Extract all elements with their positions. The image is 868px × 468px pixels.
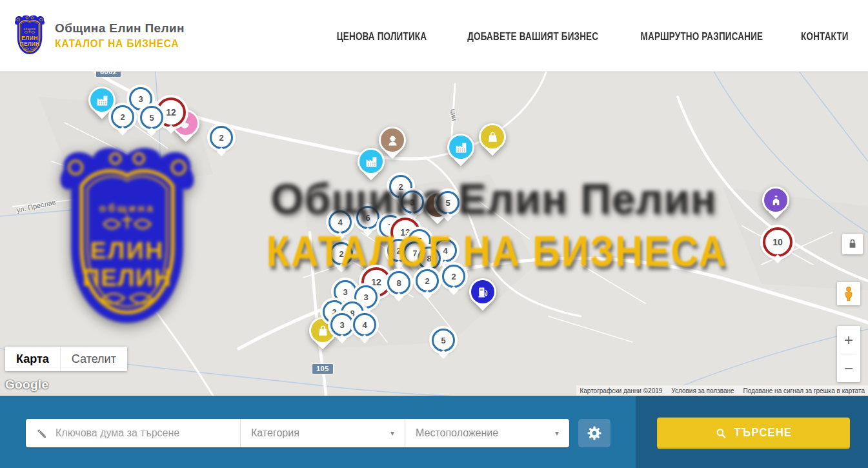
map-type-control: Карта Сателит [5,347,127,371]
zoom-in-button[interactable]: + [837,326,860,354]
map-cluster-marker[interactable]: 2 [111,105,134,128]
pin-circle [481,125,504,148]
fuel-icon [476,285,490,299]
map-cluster-marker[interactable]: 2 [416,269,439,292]
map-canvas[interactable]: 6002105 ул. Преславбул. „Новоселции 3251… [0,71,868,396]
map-cluster-marker[interactable]: 2 [442,265,465,288]
bag-icon [486,130,500,144]
google-logo[interactable]: Google [5,378,48,392]
search-button-label: ТЪРСЕНЕ [734,427,792,440]
map-pin-factory[interactable] [359,150,383,173]
chevron-down-icon: ▾ [390,429,394,438]
map-pin-factory[interactable] [90,88,114,112]
map-lock-button[interactable] [842,234,863,254]
pin-circle [449,136,472,159]
nav-item-route-schedule[interactable]: МАРШРУТНО РАЗПИСАНИЕ [641,29,763,41]
map-cluster-marker[interactable]: 5 [140,106,163,129]
zoom-out-button[interactable]: − [837,354,860,382]
pin-circle [381,128,404,152]
map-cluster-marker[interactable]: 5 [432,329,455,352]
attribution-terms-link[interactable]: Условия за ползване [671,387,734,394]
street-view-pegman-button[interactable] [837,282,860,305]
map-type-map-button[interactable]: Карта [5,347,60,371]
search-submit-button[interactable]: ТЪРСЕНЕ [657,418,850,449]
street-name-label: ции [449,108,458,121]
factory-icon [365,155,378,168]
road-shield-label: 6002 [96,71,121,77]
watermark-title: Община Елин Пелин [210,174,778,223]
map-type-satellite-button[interactable]: Сателит [60,347,127,371]
municipality-crest-logo [13,14,46,57]
keyword-field[interactable] [26,419,240,447]
map-attribution: Картографски данни ©2019 Условия за полз… [576,385,868,396]
search-bar: Категория ▾ Местоположение ▾ ТЪРСЕНЕ [0,396,868,468]
attribution-report-error-link[interactable]: Подаване на сигнал за грешка в картата [743,387,865,394]
logo-catalog-name: КАТАЛОГ НА БИЗНЕСА [55,38,181,50]
nav-item-contacts[interactable]: КОНТАКТИ [801,29,849,41]
lock-icon [845,237,860,251]
nav-item-pricing[interactable]: ЦЕНОВА ПОЛИТИКА [337,29,427,41]
location-dropdown-label: Местоположение [416,427,498,439]
watermark-subtitle: КАТАЛОГ НА БИЗНЕСА [221,227,772,276]
pin-circle [90,88,114,112]
pegman-icon [840,285,857,302]
pin-circle [471,280,494,303]
nav-item-add-business[interactable]: ДОБАВЕТЕ ВАШИЯТ БИЗНЕС [467,29,598,41]
map-cluster-marker[interactable]: 4 [353,313,376,336]
search-fields-group: Категория ▾ Местоположение ▾ [26,419,569,447]
logo-org-name: Община Елин Пелин [55,21,185,36]
keyword-search-input[interactable] [54,427,240,440]
factory-icon [454,141,468,154]
map-pin-fuel[interactable] [471,280,494,303]
chevron-down-icon: ▾ [555,429,559,438]
watermark-crest [54,138,201,340]
map-pin-bag[interactable] [481,125,504,148]
pencil-icon [36,428,47,439]
main-nav: ЦЕНОВА ПОЛИТИКА ДОБАВЕТЕ ВАШИЯТ БИЗНЕС М… [303,0,851,71]
site-header: Община Елин Пелин КАТАЛОГ НА БИЗНЕСА ЦЕН… [0,0,868,71]
location-dropdown[interactable]: Местоположение ▾ [405,419,569,447]
gear-icon [587,425,602,441]
worker-icon [386,134,399,147]
bag-icon [316,324,330,338]
map-pin-worker[interactable] [381,128,404,152]
search-icon [715,427,727,440]
search-form: Категория ▾ Местоположение ▾ [26,419,611,447]
road-shield-label: 105 [312,363,334,374]
pin-circle [359,150,383,173]
attribution-copyright: Картографски данни ©2019 [580,387,662,394]
factory-icon [96,94,109,107]
site-logo[interactable]: Община Елин Пелин КАТАЛОГ НА БИЗНЕСА [13,14,185,57]
map-cluster-marker[interactable]: 2 [210,126,233,149]
map-cluster-marker[interactable]: 8 [387,271,410,294]
advanced-settings-button[interactable] [578,419,611,447]
category-dropdown-label: Категория [251,427,299,439]
map-pin-factory[interactable] [449,136,472,159]
category-dropdown[interactable]: Категория ▾ [240,419,405,447]
logo-text: Община Елин Пелин КАТАЛОГ НА БИЗНЕСА [55,21,185,50]
map-zoom-control: + − [837,326,860,382]
map-cluster-marker[interactable]: 3 [330,313,354,336]
